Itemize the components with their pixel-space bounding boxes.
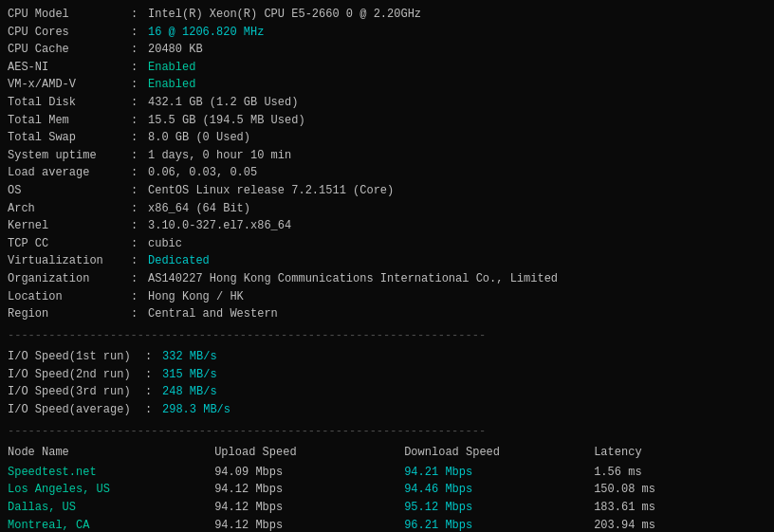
total-mem-label: Total Mem xyxy=(8,112,131,130)
latency-cell: 1.56 ms xyxy=(594,464,766,482)
total-disk-row: Total Disk : 432.1 GB (1.2 GB Used) xyxy=(8,94,766,112)
download-speed-cell: 94.21 Mbps xyxy=(404,464,594,482)
total-mem-row: Total Mem : 15.5 GB (194.5 MB Used) xyxy=(8,112,766,130)
location-row: Location : Hong Kong / HK xyxy=(8,288,766,306)
table-row: Los Angeles, US94.12 Mbps94.46 Mbps150.0… xyxy=(8,481,766,499)
org-row: Organization : AS140227 Hong Kong Commun… xyxy=(8,270,766,288)
aes-ni-row: AES-NI : Enabled xyxy=(8,59,766,77)
upload-speed-cell: 94.12 Mbps xyxy=(214,499,404,517)
io-avg-value: 298.3 MB/s xyxy=(162,401,230,419)
node-name-cell: Montreal, CA xyxy=(8,517,214,532)
aes-ni-value: Enabled xyxy=(148,59,195,77)
virt-row: Virtualization : Dedicated xyxy=(8,252,766,270)
upload-speed-cell: 94.09 Mbps xyxy=(214,464,404,482)
load-value: 0.06, 0.03, 0.05 xyxy=(148,164,257,182)
table-row: Dallas, US94.12 Mbps95.12 Mbps183.61 ms xyxy=(8,499,766,517)
kernel-row: Kernel : 3.10.0-327.el7.x86_64 xyxy=(8,217,766,235)
tcp-cc-value: cubic xyxy=(148,235,182,253)
col-upload-header: Upload Speed xyxy=(214,444,404,464)
cpu-cache-row: CPU Cache : 20480 KB xyxy=(8,41,766,59)
io-2nd-value: 315 MB/s xyxy=(162,366,217,384)
total-swap-row: Total Swap : 8.0 GB (0 Used) xyxy=(8,129,766,147)
cpu-cache-label: CPU Cache xyxy=(8,41,131,59)
download-speed-cell: 94.46 Mbps xyxy=(404,481,594,499)
os-value: CentOS Linux release 7.2.1511 (Core) xyxy=(148,182,394,200)
sep2: : xyxy=(131,24,148,42)
latency-cell: 183.61 ms xyxy=(594,499,766,517)
uptime-label: System uptime xyxy=(8,147,131,165)
virt-label: Virtualization xyxy=(8,252,131,270)
vmx-label: VM-x/AMD-V xyxy=(8,76,131,94)
total-swap-value: 8.0 GB (0 Used) xyxy=(148,129,250,147)
io-3rd-label: I/O Speed(3rd run) xyxy=(8,383,145,401)
node-name-cell: Los Angeles, US xyxy=(8,481,214,499)
latency-cell: 203.94 ms xyxy=(594,517,766,532)
col-latency-header: Latency xyxy=(594,444,766,464)
node-name-cell: Speedtest.net xyxy=(8,464,214,482)
region-label: Region xyxy=(8,305,131,323)
kernel-label: Kernel xyxy=(8,217,131,235)
table-row: Speedtest.net94.09 Mbps94.21 Mbps1.56 ms xyxy=(8,464,766,482)
uptime-value: 1 days, 0 hour 10 min xyxy=(148,147,291,165)
upload-speed-cell: 94.12 Mbps xyxy=(214,481,404,499)
vmx-value: Enabled xyxy=(148,76,195,94)
io-3rd-value: 248 MB/s xyxy=(162,383,217,401)
total-disk-value: 432.1 GB (1.2 GB Used) xyxy=(148,94,298,112)
total-swap-label: Total Swap xyxy=(8,129,131,147)
col-node-header: Node Name xyxy=(8,444,214,464)
io-avg-label: I/O Speed(average) xyxy=(8,401,145,419)
tcp-cc-label: TCP CC xyxy=(8,235,131,253)
cpu-model-row: CPU Model : Intel(R) Xeon(R) CPU E5-2660… xyxy=(8,6,766,24)
kernel-value: 3.10.0-327.el7.x86_64 xyxy=(148,217,291,235)
aes-ni-label: AES-NI xyxy=(8,59,131,77)
total-disk-label: Total Disk xyxy=(8,94,131,112)
location-label: Location xyxy=(8,288,131,306)
divider-2: ----------------------------------------… xyxy=(8,423,766,441)
speed-table-header: Node Name Upload Speed Download Speed La… xyxy=(8,444,766,464)
cpu-cores-value: 16 @ 1206.820 MHz xyxy=(148,24,264,42)
io-3rd-row: I/O Speed(3rd run) : 248 MB/s xyxy=(8,383,766,401)
io-2nd-row: I/O Speed(2nd run) : 315 MB/s xyxy=(8,366,766,384)
cpu-cores-row: CPU Cores : 16 @ 1206.820 MHz xyxy=(8,24,766,42)
cpu-cache-value: 20480 KB xyxy=(148,41,203,59)
io-1st-row: I/O Speed(1st run) : 332 MB/s xyxy=(8,348,766,366)
node-name-cell: Dallas, US xyxy=(8,499,214,517)
location-value: Hong Kong / HK xyxy=(148,288,244,306)
load-label: Load average xyxy=(8,164,131,182)
vmx-row: VM-x/AMD-V : Enabled xyxy=(8,76,766,94)
download-speed-cell: 95.12 Mbps xyxy=(404,499,594,517)
cpu-model-label: CPU Model xyxy=(8,6,131,24)
total-mem-value: 15.5 GB (194.5 MB Used) xyxy=(148,112,305,130)
io-1st-label: I/O Speed(1st run) xyxy=(8,348,145,366)
table-row: Montreal, CA94.12 Mbps96.21 Mbps203.94 m… xyxy=(8,517,766,532)
arch-value: x86_64 (64 Bit) xyxy=(148,200,250,218)
org-value: AS140227 Hong Kong Communications Intern… xyxy=(148,270,558,288)
uptime-row: System uptime : 1 days, 0 hour 10 min xyxy=(8,147,766,165)
system-info: CPU Model : Intel(R) Xeon(R) CPU E5-2660… xyxy=(8,6,766,440)
cpu-model-value: Intel(R) Xeon(R) CPU E5-2660 0 @ 2.20GHz xyxy=(148,6,421,24)
sep1: : xyxy=(131,6,148,24)
org-label: Organization xyxy=(8,270,131,288)
io-1st-value: 332 MB/s xyxy=(162,348,217,366)
os-label: OS xyxy=(8,182,131,200)
io-2nd-label: I/O Speed(2nd run) xyxy=(8,366,145,384)
io-avg-row: I/O Speed(average) : 298.3 MB/s xyxy=(8,401,766,419)
download-speed-cell: 96.21 Mbps xyxy=(404,517,594,532)
virt-value: Dedicated xyxy=(148,252,210,270)
load-row: Load average : 0.06, 0.03, 0.05 xyxy=(8,164,766,182)
arch-row: Arch : x86_64 (64 Bit) xyxy=(8,200,766,218)
latency-cell: 150.08 ms xyxy=(594,481,766,499)
os-row: OS : CentOS Linux release 7.2.1511 (Core… xyxy=(8,182,766,200)
region-row: Region : Central and Western xyxy=(8,305,766,323)
col-download-header: Download Speed xyxy=(404,444,594,464)
cpu-cores-label: CPU Cores xyxy=(8,24,131,42)
speed-table: Node Name Upload Speed Download Speed La… xyxy=(8,444,766,532)
arch-label: Arch xyxy=(8,200,131,218)
region-value: Central and Western xyxy=(148,305,278,323)
upload-speed-cell: 94.12 Mbps xyxy=(214,517,404,532)
tcp-cc-row: TCP CC : cubic xyxy=(8,235,766,253)
divider-1: ----------------------------------------… xyxy=(8,327,766,345)
